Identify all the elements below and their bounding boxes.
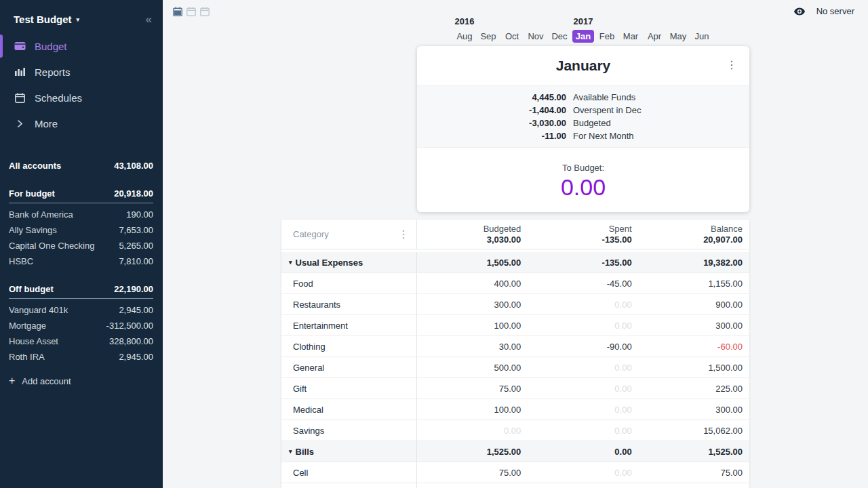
month-aug[interactable]: Aug (453, 30, 475, 43)
budgeted-cell[interactable]: 500.00 (417, 357, 528, 378)
month-menu-kebab-icon[interactable]: ⋮ (726, 60, 737, 70)
spent-cell[interactable]: 0.00 (528, 357, 638, 378)
sidebar-item-more[interactable]: More (0, 110, 163, 136)
account-balance: 5,265.00 (119, 241, 153, 251)
account-row[interactable]: HSBC 7,810.00 (0, 253, 163, 269)
month-mar[interactable]: Mar (620, 30, 642, 43)
category-name[interactable]: Medical (281, 399, 417, 420)
three-month-view-button[interactable] (199, 6, 210, 17)
spent-cell[interactable]: 0.00 (528, 315, 638, 336)
budgeted-cell[interactable]: 75.00 (417, 462, 528, 483)
for-budget-value: 20,918.00 (114, 188, 153, 199)
category-name[interactable]: Gift (281, 378, 417, 399)
sidebar-item-label: More (35, 118, 58, 129)
spent-cell[interactable]: -45.00 (528, 273, 638, 293)
spent-cell[interactable]: 0.00 (528, 378, 638, 399)
account-row[interactable]: House Asset 328,800.00 (0, 333, 163, 349)
budgeted-cell[interactable]: 400.00 (417, 273, 528, 293)
category-name[interactable]: Entertainment (281, 315, 417, 336)
month-apr[interactable]: Apr (644, 30, 665, 43)
for-budget-header[interactable]: For budget 20,918.00 (9, 186, 153, 203)
spent-cell[interactable]: 0.00 (528, 294, 638, 314)
group-spent: -135.00 (528, 252, 638, 272)
balance-cell[interactable]: 900.00 (639, 294, 749, 314)
for-budget-label: For budget (9, 188, 55, 199)
month-nov[interactable]: Nov (524, 30, 547, 43)
category-name[interactable]: Clothing (281, 336, 417, 357)
account-name: Roth IRA (9, 352, 45, 362)
one-month-view-button[interactable] (172, 6, 183, 17)
month-oct[interactable]: Oct (502, 30, 522, 43)
category-name[interactable]: Savings (281, 420, 417, 441)
budgeted-cell[interactable]: 100.00 (417, 399, 528, 420)
category-row-food: Food 400.00 -45.00 1,155.00 (281, 273, 749, 294)
budgeted-total: 3,030.00 (417, 235, 521, 245)
budget-table: Category ⋮ Budgeted 3,030.00 Spent -135.… (281, 220, 749, 488)
month-sep[interactable]: Sep (477, 30, 499, 43)
category-menu-kebab-icon[interactable]: ⋮ (398, 229, 409, 240)
server-status: No server (793, 6, 854, 16)
account-row[interactable]: Mortgage -312,500.00 (0, 318, 163, 333)
budget-switcher[interactable]: Test Budget ▾ (14, 14, 79, 25)
two-month-view-button[interactable] (186, 6, 197, 17)
spent-cell[interactable]: 0.00 (528, 399, 638, 420)
category-row-medical: Medical 100.00 0.00 300.00 (281, 399, 749, 420)
category-name[interactable]: Cell (281, 462, 417, 483)
spent-cell[interactable]: 0.00 (528, 462, 638, 483)
balance-cell[interactable]: -60.00 (639, 336, 749, 357)
budgeted-cell[interactable]: 300.00 (417, 294, 528, 314)
all-accounts-row[interactable]: All accounts 43,108.00 (0, 158, 163, 174)
month-view-toggles (172, 6, 210, 17)
account-row[interactable]: Capital One Checking 5,265.00 (0, 238, 163, 253)
budget-table-header: Category ⋮ Budgeted 3,030.00 Spent -135.… (281, 220, 749, 249)
budgeted-cell[interactable]: 75.00 (417, 378, 528, 399)
month-may[interactable]: May (667, 30, 690, 43)
budget-name: Test Budget (14, 14, 72, 25)
overspent-label: Overspent in Dec (573, 105, 641, 115)
calendar-icon (14, 93, 26, 103)
account-balance: 328,800.00 (109, 336, 153, 346)
add-account-button[interactable]: + Add account (0, 370, 163, 392)
month-feb[interactable]: Feb (596, 30, 618, 43)
balance-cell[interactable]: 300.00 (639, 399, 749, 420)
to-budget-label: To Budget: (417, 163, 749, 173)
budgeted-cell[interactable]: 30.00 (417, 336, 528, 357)
sidebar-item-reports[interactable]: Reports (0, 59, 163, 85)
account-row[interactable]: Ally Savings 7,653.00 (0, 222, 163, 238)
category-name[interactable]: Food (281, 273, 417, 293)
account-row[interactable]: Roth IRA 2,945.00 (0, 349, 163, 365)
group-toggle[interactable]: ▾Usual Expenses (281, 252, 417, 272)
balance-cell[interactable]: 15,062.00 (639, 420, 749, 441)
month-jun[interactable]: Jun (692, 30, 713, 43)
privacy-eye-icon[interactable] (793, 7, 806, 16)
summary-row: -3,030.00 Budgeted (417, 117, 749, 129)
balance-cell[interactable]: 75.00 (639, 462, 749, 483)
balance-cell[interactable]: 1,500.00 (639, 357, 749, 378)
month-jan-selected[interactable]: Jan (572, 30, 594, 43)
account-balance: 190.00 (126, 209, 153, 220)
balance-cell[interactable]: 225.00 (639, 378, 749, 399)
budgeted-cell[interactable]: 0.00 (417, 420, 528, 441)
server-status-button[interactable]: No server (816, 6, 854, 16)
sidebar-item-label: Schedules (35, 92, 82, 104)
balance-cell[interactable]: 300.00 (639, 315, 749, 336)
category-header: Category (293, 229, 329, 239)
spent-cell[interactable]: -90.00 (528, 336, 638, 357)
account-row[interactable]: Bank of America 190.00 (0, 207, 163, 222)
balance-cell[interactable]: 1,155.00 (639, 273, 749, 293)
account-balance: 7,653.00 (119, 225, 153, 235)
collapse-sidebar-icon[interactable]: « (146, 14, 152, 25)
category-name[interactable]: Restaurants (281, 294, 417, 314)
month-dec[interactable]: Dec (548, 30, 570, 43)
budgeted-cell[interactable]: 100.00 (417, 315, 528, 336)
account-row[interactable]: Vanguard 401k 2,945.00 (0, 302, 163, 318)
sidebar-item-schedules[interactable]: Schedules (0, 85, 163, 110)
category-name[interactable]: General (281, 357, 417, 378)
off-budget-header[interactable]: Off budget 22,190.00 (9, 281, 153, 299)
group-toggle[interactable]: ▾Bills (281, 441, 417, 462)
spent-cell[interactable]: 0.00 (528, 420, 638, 441)
sidebar-header: Test Budget ▾ « (0, 0, 163, 33)
account-name: Vanguard 401k (9, 305, 68, 315)
to-budget-amount[interactable]: 0.00 (417, 174, 749, 201)
sidebar-item-budget[interactable]: Budget (0, 33, 163, 59)
